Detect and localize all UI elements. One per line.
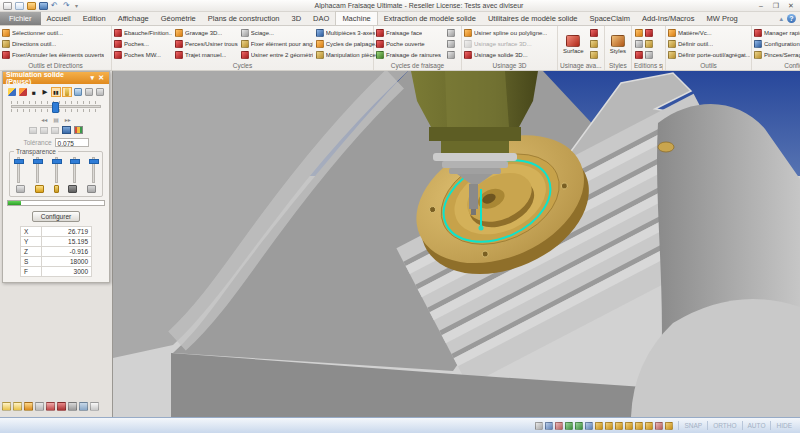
layer-3-icon[interactable] (615, 422, 623, 430)
open-folder-icon[interactable] (27, 2, 36, 10)
btn-fraisage-opt-1[interactable] (447, 27, 459, 38)
btn-multipieces-3-axes[interactable]: Multipièces 3-axes (316, 27, 376, 38)
tab-affichage[interactable]: Affichage (112, 12, 155, 25)
btn-fraisage-rainures[interactable]: Fraisage de rainures (376, 49, 444, 60)
btn-usinage-solide-3d[interactable]: Usinage solide 3D... (464, 49, 555, 60)
tab-geometrie[interactable]: Géométrie (155, 12, 202, 25)
show-machine-button[interactable] (73, 87, 83, 97)
auto-toggle[interactable]: AUTO (742, 421, 771, 430)
btn-fraisage-opt-2[interactable] (447, 38, 459, 49)
play-button[interactable]: ▶ (40, 87, 50, 97)
minimize-button[interactable]: – (754, 1, 768, 11)
btn-usinage-avance-3[interactable] (590, 49, 602, 60)
table-view-icon[interactable] (90, 402, 99, 411)
tab-dao[interactable]: DAO (307, 12, 335, 25)
collapse-ribbon-icon[interactable]: ▴ (779, 15, 783, 23)
redo-icon[interactable]: ↷ (63, 2, 72, 10)
tab-spaceclaim[interactable]: SpaceClaim (584, 12, 636, 25)
btn-manager-rapide-automatique[interactable]: Manager rapide automatique... (754, 27, 800, 38)
tab-fichier[interactable]: Fichier (0, 12, 41, 25)
btn-styles[interactable]: Styles (607, 27, 629, 61)
record-3-icon[interactable] (51, 127, 59, 134)
btn-poche-ouverte[interactable]: Poche ouverte (376, 38, 444, 49)
btn-poches[interactable]: Poches... (114, 38, 172, 49)
btn-surface[interactable]: Surface (560, 27, 587, 61)
ucs-2-icon[interactable] (545, 422, 553, 430)
list-view-icon[interactable] (35, 402, 44, 411)
save-icon[interactable] (39, 2, 48, 10)
btn-definir-outil[interactable]: Définir outil... (668, 38, 750, 49)
layer-2-icon[interactable] (605, 422, 613, 430)
ucs-3-icon[interactable] (555, 422, 563, 430)
edit-rect-icon[interactable] (635, 40, 643, 48)
snap-toggle[interactable]: SNAP (678, 421, 707, 430)
btn-configuration-machine[interactable]: Configuration machine (754, 38, 800, 49)
btn-fraisage-face[interactable]: Fraisage face (376, 27, 444, 38)
edit-k-icon[interactable] (635, 51, 643, 59)
btn-usiner-entre-2-geometries[interactable]: Usiner entre 2 géométries... (241, 49, 313, 60)
btn-fixer-element-angle-sciage[interactable]: Fixer élément pour angle de sciage (241, 38, 313, 49)
edit-point-icon[interactable] (645, 29, 653, 37)
simulation-panel-titlebar[interactable]: Simulation solide (Pause) ▾ ✕ (3, 72, 109, 84)
transparency-slider-2[interactable] (36, 157, 39, 183)
btn-sciage[interactable]: Sciage... (241, 27, 313, 38)
qat-dropdown-icon[interactable]: ▾ (75, 2, 84, 10)
tab-extraction-modele-solide[interactable]: Extraction de modèle solide (378, 12, 482, 25)
save-state-icon[interactable] (62, 126, 71, 134)
step-forward-button[interactable] (84, 87, 94, 97)
ucs-1-icon[interactable] (535, 422, 543, 430)
btn-trajet-manuel[interactable]: Trajet manuel... (175, 49, 238, 60)
transparency-slider-3[interactable] (55, 157, 58, 183)
rewind-icon[interactable]: ◂◂ (41, 116, 47, 123)
window-2-icon[interactable] (13, 402, 22, 411)
clamp-view-icon[interactable] (68, 402, 77, 411)
btn-pinces-serrages[interactable]: Pinces/Serrages (754, 49, 800, 60)
binoculars-icon[interactable] (79, 402, 88, 411)
btn-gravage-3d[interactable]: Gravage 3D... (175, 27, 238, 38)
btn-poches-mw[interactable]: Poches MW... (114, 49, 172, 60)
axis-uvw-icon[interactable] (575, 422, 583, 430)
btn-fraisage-opt-3[interactable] (447, 49, 459, 60)
pin-icon[interactable]: ▾ (89, 74, 97, 82)
restore-button[interactable]: ❐ (769, 1, 783, 11)
speed-slider-handle[interactable] (52, 102, 59, 113)
tab-machine[interactable]: Machine (335, 11, 377, 25)
layer-4-icon[interactable] (625, 422, 633, 430)
new-file-icon[interactable] (3, 2, 12, 10)
block-list-icon[interactable]: ▤ (53, 116, 59, 123)
layer-6-icon[interactable] (645, 422, 653, 430)
layer-1-icon[interactable] (595, 422, 603, 430)
highlight-icon[interactable] (665, 422, 673, 430)
window-1-icon[interactable] (2, 402, 11, 411)
tab-accueil[interactable]: Accueil (41, 12, 77, 25)
btn-usinage-avance-2[interactable] (590, 38, 602, 49)
edit-arrow-icon[interactable] (645, 51, 653, 59)
snapshot-icon[interactable] (74, 126, 83, 134)
btn-manipulation-piece[interactable]: Manipulation pièce... (316, 49, 376, 60)
undo-icon[interactable]: ↶ (51, 2, 60, 10)
speed-slider[interactable] (11, 101, 101, 112)
tolerance-input[interactable]: 0.075 (55, 138, 89, 147)
btn-matiere-vc[interactable]: Matière/Vc... (668, 27, 750, 38)
stop-button[interactable]: ■ (29, 87, 39, 97)
tab-utilitaires-modele-solide[interactable]: Utilitaires de modèle solide (482, 12, 584, 25)
edit-axis-icon[interactable] (635, 29, 643, 37)
record-1-icon[interactable] (29, 127, 37, 134)
viewport-3d[interactable] (113, 71, 800, 417)
tab-mw-prog[interactable]: MW Prog (700, 12, 743, 25)
close-button[interactable]: ✕ (784, 1, 798, 11)
simulate-button[interactable] (7, 87, 17, 97)
btn-cycles-de-palpage[interactable]: Cycles de palpage... (316, 38, 376, 49)
record-2-icon[interactable] (40, 127, 48, 134)
axis-view-icon[interactable] (585, 422, 593, 430)
funnel-icon[interactable] (655, 422, 663, 430)
layer-5-icon[interactable] (635, 422, 643, 430)
simulate-tool-button[interactable] (18, 87, 28, 97)
btn-ebauche-finition[interactable]: Ebauche/Finition... (114, 27, 172, 38)
btn-fixer-annuler-elements[interactable]: Fixer/Annuler les éléments ouverts (2, 49, 109, 60)
transparency-slider-1[interactable] (17, 157, 20, 183)
tab-addins-macros[interactable]: Add-Ins/Macros (636, 12, 701, 25)
ortho-toggle[interactable]: ORTHO (707, 421, 741, 430)
btn-definir-porte-outil[interactable]: Définir porte-outil/agrégat... (668, 49, 750, 60)
speed-ratio-button[interactable] (95, 87, 105, 97)
